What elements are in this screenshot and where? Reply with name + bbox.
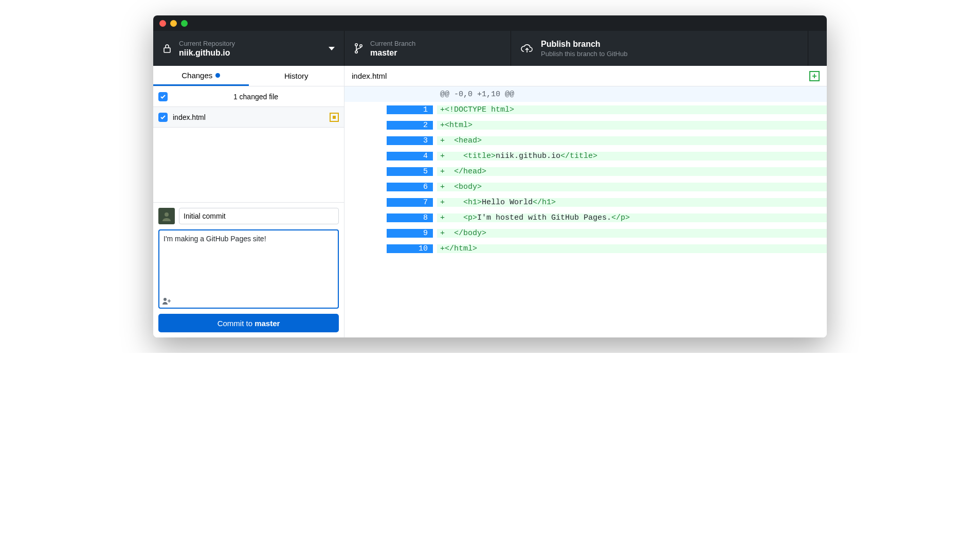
- changes-header: 1 changed file: [153, 86, 344, 107]
- branch-dropdown[interactable]: Current Branch master: [344, 31, 511, 66]
- branch-icon: [354, 43, 363, 54]
- publish-label: Publish branch: [541, 40, 627, 49]
- diff-line: 8+ <p>I'm hosted with GitHub Pages.</p>: [344, 210, 827, 225]
- tab-history[interactable]: History: [249, 66, 344, 86]
- commit-description-text: I'm making a GitHub Pages site!: [164, 235, 266, 243]
- diff-line: 3+ <head>: [344, 133, 827, 148]
- commit-description-input[interactable]: I'm making a GitHub Pages site!: [158, 229, 339, 309]
- branch-value: master: [370, 48, 415, 58]
- commit-form: I'm making a GitHub Pages site! Commit t…: [153, 202, 344, 337]
- publish-button[interactable]: Publish branch Publish this branch to Gi…: [511, 31, 808, 66]
- lock-icon: [162, 43, 172, 53]
- sidebar: Changes History 1 changed file index.htm…: [153, 66, 344, 337]
- diff-line: 1+<!DOCTYPE html>: [344, 102, 827, 117]
- diff-line: 5+ </head>: [344, 164, 827, 179]
- repo-dropdown[interactable]: Current Repository niik.github.io: [153, 31, 344, 66]
- sidebar-tabs: Changes History: [153, 66, 344, 86]
- svg-point-4: [165, 212, 169, 217]
- svg-rect-0: [164, 48, 170, 52]
- changes-count: 1 changed file: [173, 93, 339, 101]
- titlebar: [153, 15, 827, 31]
- repo-value: niik.github.io: [179, 48, 235, 58]
- diff-line: 7+ <h1>Hello World</h1>: [344, 194, 827, 210]
- close-window-button[interactable]: [159, 20, 166, 27]
- svg-point-1: [355, 44, 357, 46]
- svg-point-5: [164, 298, 167, 301]
- toolbar: Current Repository niik.github.io Curren…: [153, 31, 827, 66]
- tab-changes-label: Changes: [182, 71, 212, 80]
- changed-file-row[interactable]: index.html: [153, 107, 344, 128]
- modified-status-icon: [330, 113, 339, 122]
- svg-point-3: [360, 45, 362, 47]
- diff-line: 4+ <title>niik.github.io</title>: [344, 148, 827, 164]
- tab-history-label: History: [284, 72, 308, 80]
- repo-label: Current Repository: [179, 40, 235, 47]
- diff-line: 6+ <body>: [344, 179, 827, 194]
- minimize-window-button[interactable]: [170, 20, 177, 27]
- main-body: Changes History 1 changed file index.htm…: [153, 66, 827, 337]
- chevron-down-icon: [329, 47, 335, 50]
- commit-btn-branch: master: [255, 319, 280, 328]
- branch-label: Current Branch: [370, 40, 415, 47]
- diff-line: 10+</html>: [344, 241, 827, 256]
- diff-body[interactable]: @@ -0,0 +1,10 @@1+<!DOCTYPE html>2+<html…: [344, 86, 827, 337]
- file-checkbox[interactable]: [158, 113, 168, 122]
- diff-filename: index.html: [352, 72, 387, 80]
- changes-indicator-icon: [215, 73, 220, 78]
- diff-pane: index.html + @@ -0,0 +1,10 @@1+<!DOCTYPE…: [344, 66, 827, 337]
- commit-summary-input[interactable]: [179, 208, 339, 224]
- select-all-checkbox[interactable]: [158, 92, 168, 101]
- publish-sub: Publish this branch to GitHub: [541, 50, 627, 58]
- expand-diff-icon[interactable]: +: [809, 71, 820, 81]
- add-coauthor-icon[interactable]: [162, 297, 172, 305]
- diff-line: @@ -0,0 +1,10 @@: [344, 86, 827, 102]
- commit-btn-prefix: Commit to: [217, 319, 255, 328]
- maximize-window-button[interactable]: [181, 20, 188, 27]
- svg-point-2: [355, 51, 357, 53]
- commit-button[interactable]: Commit to master: [158, 314, 339, 332]
- avatar[interactable]: [158, 208, 175, 224]
- app-window: Current Repository niik.github.io Curren…: [153, 15, 827, 337]
- diff-line: 2+<html>: [344, 117, 827, 133]
- tab-changes[interactable]: Changes: [153, 66, 249, 86]
- cloud-upload-icon: [520, 43, 534, 53]
- file-name: index.html: [173, 113, 324, 121]
- diff-line: 9+ </body>: [344, 225, 827, 241]
- diff-header: index.html +: [344, 66, 827, 86]
- file-list-spacer: [153, 128, 344, 169]
- toolbar-extra: [808, 31, 827, 66]
